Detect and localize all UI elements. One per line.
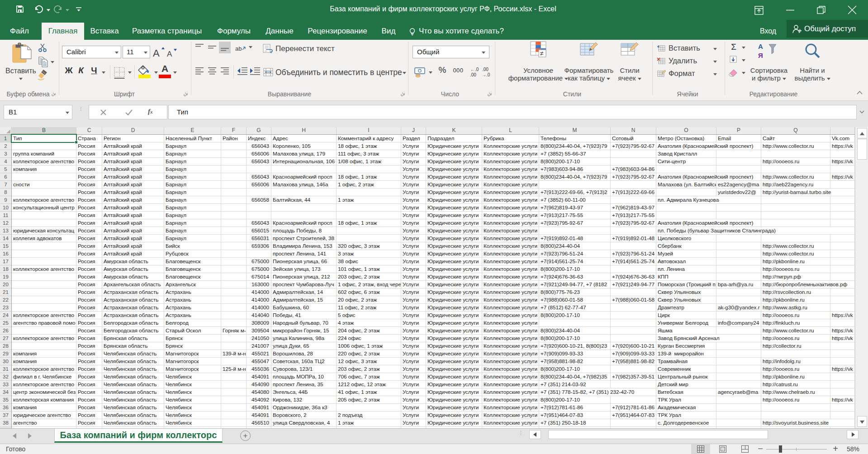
cell-Q28[interactable]: http://collector.ru [761, 342, 830, 350]
cell-I35[interactable]: 205 офис, 2 этаж [337, 396, 401, 403]
autosum-button[interactable]: Σ [728, 42, 739, 53]
cell-M21[interactable]: 8(800)775-76-23 [539, 288, 610, 296]
cell-H14[interactable]: проспект Строителей, 38 [271, 235, 336, 242]
cell-C29[interactable]: Россия [76, 350, 102, 357]
cell-J13[interactable]: Услуги [401, 227, 426, 234]
cell-I32[interactable]: 706 офис, 7 этаж [337, 373, 401, 380]
cell-C36[interactable]: Россия [76, 404, 102, 411]
cell-C14[interactable]: Россия [76, 235, 102, 242]
cell-R31[interactable]: https://vk [830, 365, 854, 373]
cell-J14[interactable]: Услуги [401, 235, 426, 242]
cell-H16[interactable]: проспект Ленина, 141 [271, 250, 336, 257]
row-header-38[interactable]: 38 [0, 419, 11, 427]
cell-M18[interactable]: 8(800)200-17-10 [539, 265, 610, 273]
row-header-23[interactable]: 23 [0, 304, 11, 312]
cell-O23[interactable]: Драмтеатр [656, 304, 716, 311]
cell-R26[interactable]: https://vk [830, 327, 854, 334]
cell-P34[interactable]: agencyraeb@ma [716, 388, 761, 396]
cell-I30[interactable]: 12 офис, 3 этаж [337, 358, 401, 365]
cell-O17[interactable]: Автовокзал [656, 258, 716, 265]
cell-O20[interactable]: Поморская (Троицкий п [656, 281, 716, 288]
wrap-text-button[interactable]: Перенести текст [263, 43, 394, 55]
comma-style-button[interactable]: 000 [451, 67, 466, 77]
cell-H13[interactable]: площадь Победы, 8 [271, 227, 336, 234]
cell-J34[interactable]: Услуги [401, 388, 426, 396]
row-header-3[interactable]: 3 [0, 150, 11, 158]
fill-color-dropdown-icon[interactable] [154, 71, 158, 74]
cell-K22[interactable]: Юридические услуги [426, 296, 482, 303]
decrease-font-icon[interactable]: A [167, 48, 177, 57]
cell-D9[interactable]: Алтайский край [102, 196, 164, 203]
cell-C34[interactable]: Россия [76, 388, 102, 396]
cell-K29[interactable]: Юридические услуги [426, 350, 482, 357]
cell-H23[interactable]: Бабушкина, 60 [271, 304, 336, 311]
cell-C26[interactable]: Россия [76, 327, 102, 334]
cell-H28[interactable]: улица Дуки, 65 [271, 342, 336, 350]
cell-L7[interactable]: Коллекторские услуги [482, 181, 539, 188]
cell-M33[interactable]: +7 (351) 214-03-92 [539, 381, 610, 388]
font-size-dropdown-icon[interactable] [144, 52, 147, 54]
cell-G17[interactable]: 675000 [247, 258, 271, 265]
cell-B31[interactable]: коллекторское агентство [12, 365, 76, 373]
cell-E34[interactable]: Челябинск [164, 388, 221, 396]
cell-N2[interactable]: +7(923)795-92-67 [611, 142, 656, 150]
cell-D38[interactable]: Челябинская область [102, 419, 164, 426]
cell-L8[interactable]: Коллекторские услуги [482, 189, 539, 196]
cell-B7[interactable]: сности [12, 181, 76, 188]
cell-G33[interactable]: 454090 [247, 381, 271, 388]
tab-вид[interactable]: Вид [375, 23, 402, 40]
next-sheet-icon[interactable] [28, 433, 32, 439]
cell-M27[interactable]: 8(800)200-17-10 [539, 335, 610, 342]
cell-D16[interactable]: Алтайский край [102, 250, 164, 257]
cell-M4[interactable]: 8(800)200-17-10 [539, 158, 610, 165]
paste-button[interactable]: Вставить [5, 41, 37, 82]
cell-F26[interactable]: Горняк м- [221, 327, 246, 334]
row-header-26[interactable]: 26 [0, 327, 11, 335]
cell-N8[interactable]: +7(913)222-69-66 [611, 189, 656, 196]
cell-J28[interactable]: Услуги [401, 342, 426, 350]
delete-cells-button-dropdown-icon[interactable] [713, 61, 717, 63]
cell-K38[interactable]: Юридические услуги [426, 419, 482, 426]
insert-cells-button[interactable]: Вставить [656, 43, 722, 55]
cell-G18[interactable]: 675000 [247, 265, 271, 273]
cell-F29[interactable]: 139-й м-н [221, 350, 246, 357]
cell-O30[interactable]: Трамвайная [656, 358, 716, 365]
name-box-dropdown-icon[interactable] [66, 112, 69, 114]
dialog-launcher-clipboard[interactable] [52, 91, 57, 96]
cell-B27[interactable]: коллекторское агентство [12, 335, 76, 342]
cell-I16[interactable]: 3 этаж [337, 250, 401, 257]
cell-J16[interactable]: Услуги [401, 250, 426, 257]
borders-dropdown-icon[interactable] [128, 71, 132, 74]
cell-H20[interactable]: проспект Чумбарова-Луч [271, 281, 336, 288]
format-cells-button-dropdown-icon[interactable] [713, 73, 717, 76]
cell-O2[interactable]: Анатолия (Красноармейский проспект) [656, 142, 761, 150]
cell-M3[interactable]: +7 (3852) 55-66-37 [539, 150, 610, 157]
cell-B24[interactable]: коллекторское агентство [12, 312, 76, 319]
cell-C28[interactable]: Россия [76, 342, 102, 350]
cell-G6[interactable]: 656043 [247, 173, 271, 180]
column-header-K[interactable]: K [426, 127, 482, 134]
cell-E38[interactable]: Челябинск [164, 419, 221, 426]
cell-H30[interactable]: Советская, 160а ТЦ2 [271, 358, 336, 365]
cell-D36[interactable]: Челябинская область [102, 404, 164, 411]
cell-E21[interactable]: Астрахань [164, 288, 221, 296]
cell-D19[interactable]: Амурская область [102, 273, 164, 280]
cell-K10[interactable]: Юридические услуги [426, 204, 482, 211]
cell-R27[interactable]: https://vk [830, 335, 854, 342]
cell-J18[interactable]: Услуги [401, 265, 426, 273]
cell-K15[interactable]: Юридические услуги [426, 242, 482, 250]
cell-N10[interactable]: +7(962)819-43-97 [611, 204, 656, 211]
cell-styles-button-dropdown-icon[interactable] [638, 78, 641, 80]
cell-J3[interactable]: Услуги [401, 150, 426, 157]
cell-B9[interactable]: коллекторское агентство [12, 196, 76, 203]
cell-B34[interactable]: центр экономической без [12, 388, 76, 396]
cell-C18[interactable]: Россия [76, 265, 102, 273]
cell-L4[interactable]: Коллекторские услуги [482, 158, 539, 165]
cell-C23[interactable]: Россия [76, 304, 102, 311]
cell-C10[interactable]: Россия [76, 204, 102, 211]
cell-M14[interactable]: +7(919)892-01-48 [539, 235, 610, 242]
row-header-21[interactable]: 21 [0, 288, 11, 296]
cell-R35[interactable]: https://vk [830, 396, 854, 403]
cell-D1[interactable]: Регион [102, 135, 164, 142]
cell-O25[interactable]: Универмаг Белгород [656, 319, 716, 326]
